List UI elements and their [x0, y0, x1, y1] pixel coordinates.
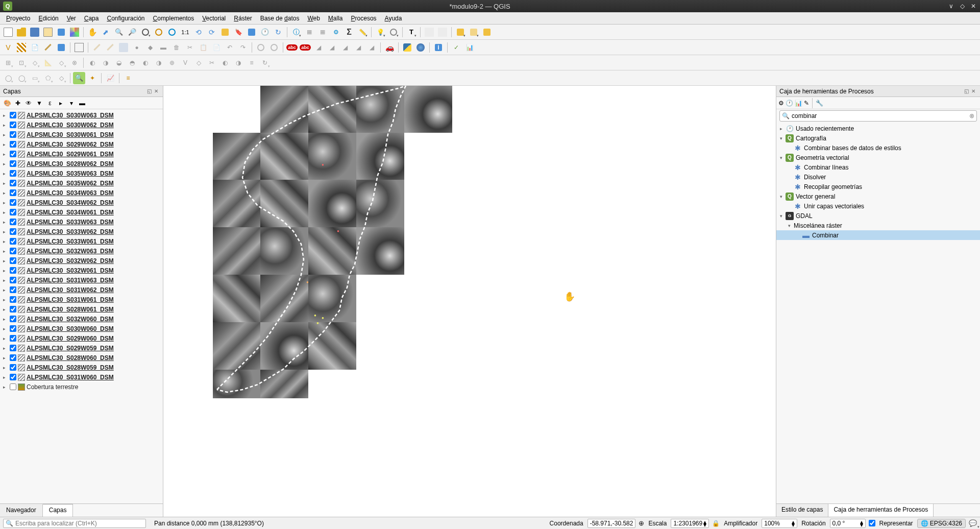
tab-caja-herramientas[interactable]: Caja de herramientas de Procesos — [828, 504, 934, 517]
render-checkbox[interactable] — [869, 520, 875, 526]
expand-arrow-icon[interactable]: ▸ — [3, 190, 8, 196]
expand-arrow-icon[interactable]: ▸ — [3, 326, 8, 331]
db-button[interactable]: ≡ — [122, 72, 134, 84]
open-project-button[interactable] — [15, 26, 28, 38]
help-button[interactable]: i — [432, 41, 445, 54]
layer-visibility-checkbox[interactable] — [10, 141, 16, 148]
layer-row[interactable]: ▸ ALPSMLC30_S031W060_DSM — [0, 372, 163, 382]
expand-btn[interactable]: ▸ — [56, 98, 66, 108]
processing-tree[interactable]: ▸🕐Usado recientemente▾QCartografía✱Combi… — [776, 123, 980, 503]
scale-value[interactable]: 1:2301969▴▾ — [671, 519, 709, 528]
zoom-native-button[interactable]: 1:1 — [179, 26, 191, 38]
osm-button[interactable]: 🔍 — [73, 72, 85, 84]
expand-arrow-icon[interactable]: ▸ — [3, 317, 8, 322]
stats-button[interactable]: Σ — [343, 26, 355, 38]
layer-visibility-checkbox[interactable] — [10, 354, 16, 361]
layer-visibility-checkbox[interactable] — [10, 296, 16, 303]
text-annotation-button[interactable]: T — [405, 26, 418, 38]
temporal-controller-button[interactable]: 🕐 — [259, 26, 271, 38]
layer-row[interactable]: ▸ ALPSMLC30_S030W062_DSM — [0, 120, 163, 130]
layer-row[interactable]: ▸ ALPSMLC30_S031W063_DSM — [0, 275, 163, 285]
crs-button[interactable]: 🌐EPSG:4326 — [917, 519, 966, 528]
python-button[interactable] — [401, 41, 413, 54]
add-vector-button[interactable]: V — [2, 41, 14, 54]
add-group-btn[interactable]: ✚ — [13, 98, 23, 108]
close-proc-icon[interactable]: ✕ — [970, 88, 977, 95]
new-memory-button[interactable] — [55, 41, 67, 54]
menu-proyecto[interactable]: Proyecto — [2, 13, 34, 23]
layer-visibility-checkbox[interactable] — [10, 335, 16, 342]
layers-tree[interactable]: ▸ ALPSMLC30_S030W063_DSM▸ ALPSMLC30_S030… — [0, 109, 163, 503]
layer-visibility-checkbox[interactable] — [10, 316, 16, 322]
tree-arrow-icon[interactable]: ▾ — [787, 223, 792, 228]
tree-arrow-icon[interactable]: ▾ — [778, 213, 783, 219]
menu-vectorial[interactable]: Vectorial — [198, 13, 230, 23]
plugin2-button[interactable]: 📊 — [463, 41, 476, 54]
layer-row[interactable]: ▸ ALPSMLC30_S033W061_DSM — [0, 236, 163, 246]
maximize-button[interactable]: ◇ — [959, 3, 966, 10]
plugin-x-button[interactable]: ✦ — [86, 72, 99, 84]
clear-search-icon[interactable]: ⊗ — [969, 112, 974, 119]
remove-btn[interactable]: ▬ — [77, 98, 87, 108]
expand-arrow-icon[interactable]: ▸ — [3, 113, 8, 118]
proc-model-btn[interactable]: ⚙ — [778, 100, 784, 107]
processing-search-input[interactable] — [792, 112, 969, 119]
menu-malla[interactable]: Malla — [324, 13, 347, 23]
locator-input[interactable] — [15, 520, 143, 527]
new-geopackage-button[interactable] — [42, 41, 54, 54]
chart-button[interactable]: 📈 — [104, 72, 116, 84]
zoom-selection-button[interactable] — [153, 26, 165, 38]
new-virtual-button[interactable] — [73, 41, 85, 54]
proc-edit-btn[interactable]: ✎ — [804, 100, 809, 107]
expand-arrow-icon[interactable]: ▸ — [3, 220, 8, 225]
processing-tree-item[interactable]: ▾GGDAL — [776, 211, 980, 221]
car-button[interactable]: 🚗 — [383, 41, 396, 54]
zoom-out-button[interactable]: 🔎 — [126, 26, 138, 38]
annotation-button[interactable] — [387, 26, 400, 38]
rot-value[interactable]: 0,0 °▴▾ — [830, 519, 866, 528]
expr-btn[interactable]: ε — [45, 98, 55, 108]
minimize-button[interactable]: ∨ — [947, 3, 954, 10]
messages-icon[interactable]: 💬 — [969, 519, 977, 527]
menu-ver[interactable]: Ver — [63, 13, 80, 23]
layer-row[interactable]: ▸ ALPSMLC30_S032W062_DSM — [0, 256, 163, 266]
menu-complementos[interactable]: Complementos — [149, 13, 199, 23]
expand-arrow-icon[interactable]: ▸ — [3, 365, 8, 370]
menu-ayuda[interactable]: Ayuda — [381, 13, 406, 23]
zoom-layer-button[interactable] — [166, 26, 178, 38]
expand-arrow-icon[interactable]: ▸ — [3, 307, 8, 312]
zoom-in-button[interactable]: 🔍 — [113, 26, 125, 38]
layer-visibility-checkbox[interactable] — [10, 209, 16, 215]
processing-tree-item[interactable]: ✱Recopilar geometrías — [776, 182, 980, 191]
layer-row[interactable]: ▸ ALPSMLC30_S032W060_DSM — [0, 314, 163, 324]
label-button[interactable]: abc — [286, 41, 298, 54]
processing-tree-item[interactable]: ▾Miscelánea ráster — [776, 221, 980, 230]
close-button[interactable]: ✕ — [970, 3, 977, 10]
measure-button[interactable]: 📏 — [356, 26, 369, 38]
menu-web[interactable]: Web — [303, 13, 324, 23]
layer-row[interactable]: ▸ ALPSMLC30_S028W059_DSM — [0, 363, 163, 372]
expand-arrow-icon[interactable]: ▸ — [3, 384, 8, 390]
expand-arrow-icon[interactable]: ▸ — [3, 355, 8, 360]
layer-row[interactable]: ▸ ALPSMLC30_S033W063_DSM — [0, 217, 163, 227]
layer-row[interactable]: ▸ ALPSMLC30_S032W061_DSM — [0, 266, 163, 275]
layer-row[interactable]: ▸ ALPSMLC30_S029W059_DSM — [0, 343, 163, 353]
coord-toggle-icon[interactable]: ⊕ — [639, 519, 644, 527]
expand-arrow-icon[interactable]: ▸ — [3, 132, 8, 137]
select-all-button[interactable] — [481, 26, 493, 38]
layer-row[interactable]: ▸ ALPSMLC30_S029W061_DSM — [0, 149, 163, 159]
layer-row[interactable]: ▸ Cobertura terrestre — [0, 382, 163, 392]
tab-navegador[interactable]: Navegador — [0, 504, 43, 517]
pan-button[interactable]: ✋ — [86, 26, 99, 38]
map-tips-button[interactable]: 💡 — [374, 26, 386, 38]
zoom-next-button[interactable]: ⟳ — [206, 26, 218, 38]
expand-arrow-icon[interactable]: ▸ — [3, 297, 8, 302]
expand-arrow-icon[interactable]: ▸ — [3, 123, 8, 128]
processing-tree-item[interactable]: ✱Combinar líneas — [776, 162, 980, 172]
zoom-full-button[interactable] — [139, 26, 152, 38]
tree-arrow-icon[interactable]: ▸ — [778, 126, 783, 131]
lock-icon[interactable]: 🔒 — [712, 520, 720, 527]
layer-visibility-checkbox[interactable] — [10, 151, 16, 157]
visibility-btn[interactable]: 👁 — [23, 98, 34, 108]
refresh-button[interactable]: ↻ — [272, 26, 284, 38]
